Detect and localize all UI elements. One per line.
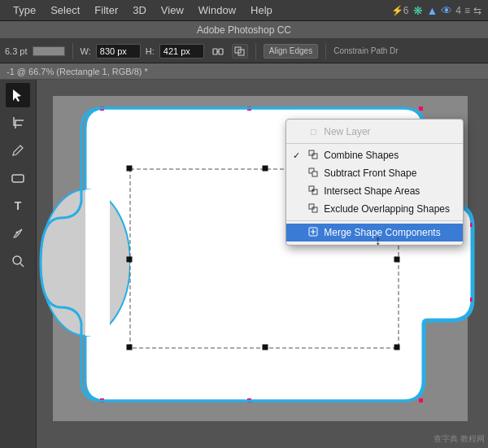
svg-rect-20 — [394, 345, 399, 350]
zoom-tool[interactable] — [6, 249, 30, 273]
dropdown-item-new-layer[interactable]: □ New Layer — [286, 123, 463, 141]
checkmark-icon: ✓ — [293, 150, 300, 161]
new-layer-icon: □ — [307, 127, 319, 137]
svg-rect-19 — [394, 257, 399, 262]
intersect-areas-icon — [307, 185, 319, 197]
canvas-area: T — [0, 80, 488, 448]
height-label: H: — [146, 46, 155, 56]
app-title: Adobe Photoshop CC — [197, 24, 291, 36]
selection-tool[interactable] — [6, 83, 30, 107]
dropdown-item-combine-shapes[interactable]: ✓ Combine Shapes — [286, 146, 463, 164]
crop-tool[interactable] — [6, 111, 30, 135]
svg-rect-26 — [419, 398, 423, 402]
options-bar: 6.3 pt W: H: Align Edges Constrain Path … — [0, 39, 488, 63]
exclude-overlapping-icon — [307, 203, 319, 215]
merge-shape-icon — [307, 227, 319, 238]
text-tool[interactable]: T — [6, 194, 30, 218]
svg-rect-10 — [85, 189, 110, 336]
height-input[interactable] — [159, 44, 204, 59]
svg-rect-13 — [127, 166, 132, 171]
watermark: 查字典 教程网 — [434, 433, 485, 445]
svg-rect-4 — [12, 175, 24, 182]
width-input[interactable] — [96, 44, 141, 59]
dropdown-separator — [286, 143, 463, 144]
width-label: W: — [81, 46, 91, 56]
menu-3d[interactable]: 3D — [126, 2, 153, 20]
left-toolbar: T — [0, 80, 37, 448]
svg-rect-15 — [127, 345, 132, 350]
brush-tool[interactable] — [6, 138, 30, 163]
shape-combine-icon[interactable] — [232, 44, 248, 59]
menu-filter[interactable]: Filter — [88, 2, 124, 20]
svg-rect-30 — [312, 154, 317, 159]
svg-rect-23 — [419, 107, 423, 111]
dropdown-item-merge-shape[interactable]: Merge Shape Components ↕ — [286, 224, 463, 241]
title-bar: Adobe Photoshop CC — [0, 21, 488, 39]
shape-tool[interactable] — [6, 166, 30, 190]
svg-point-6 — [13, 256, 21, 264]
svg-rect-37 — [312, 207, 317, 212]
dropdown-separator-2 — [286, 220, 463, 221]
dropdown-item-subtract-front[interactable]: Subtract Front Shape — [286, 164, 463, 182]
svg-rect-35 — [312, 189, 314, 191]
combine-shapes-icon — [307, 150, 319, 161]
svg-point-5 — [16, 232, 19, 234]
constrain-path-label: Constrain Path Dr — [333, 46, 398, 55]
menu-window[interactable]: Window — [192, 2, 242, 20]
svg-rect-17 — [263, 345, 268, 350]
svg-rect-32 — [312, 172, 317, 176]
svg-rect-1 — [219, 49, 223, 54]
link-dimensions-icon[interactable] — [209, 42, 227, 60]
menu-bar: Type Select Filter 3D View Window Help ⚡… — [0, 0, 488, 21]
info-bar: -1 @ 66.7% (Rectangle 1, RGB/8) * — [0, 63, 488, 80]
menu-view[interactable]: View — [155, 2, 190, 20]
subtract-front-icon — [307, 167, 319, 179]
dropdown-menu: □ New Layer ✓ Combine Shapes — [285, 119, 464, 246]
dropdown-item-intersect-areas[interactable]: Intersect Shape Areas — [286, 182, 463, 200]
menu-select[interactable]: Select — [44, 2, 86, 20]
menu-help[interactable]: Help — [244, 2, 279, 20]
cursor-indicator: ↕ — [375, 233, 381, 248]
svg-rect-36 — [309, 204, 314, 209]
document-info: -1 @ 66.7% (Rectangle 1, RGB/8) * — [7, 67, 148, 76]
align-edges-button[interactable]: Align Edges — [264, 44, 318, 59]
menu-type[interactable]: Type — [7, 2, 42, 20]
svg-rect-0 — [213, 49, 217, 54]
svg-rect-29 — [309, 150, 314, 155]
pen-tool[interactable] — [6, 221, 30, 246]
svg-rect-16 — [263, 166, 268, 171]
dropdown-item-exclude-overlapping[interactable]: Exclude Overlapping Shapes — [286, 200, 463, 218]
svg-rect-14 — [127, 257, 132, 262]
